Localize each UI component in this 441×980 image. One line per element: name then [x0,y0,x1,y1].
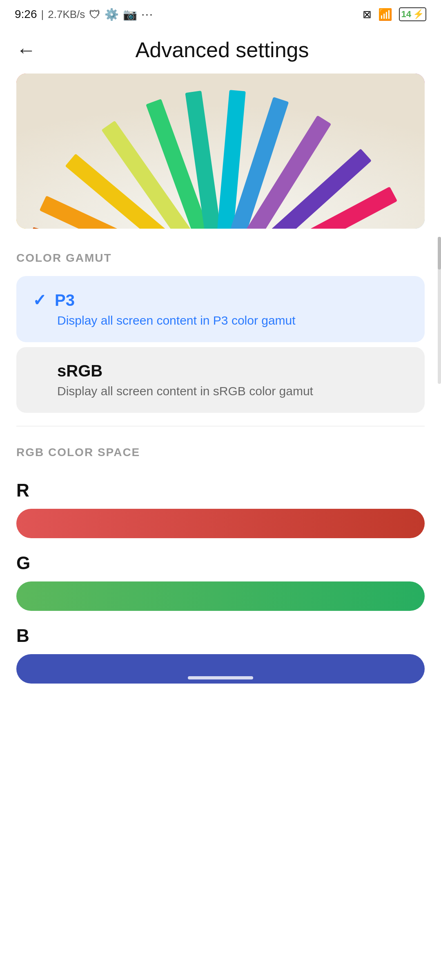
section-divider [16,426,425,426]
sim-icon: ⊠ [363,8,372,21]
shield-icon: 🛡 [89,8,100,21]
srgb-option-header: sRGB [33,362,408,380]
g-label: G [16,553,425,573]
p3-description: Display all screen content in P3 color g… [33,314,408,327]
status-bar: 9:26 | 2.7KB/s 🛡 ⚙️ 📷 ··· ⊠ 📶 14 ⚡ [0,0,441,26]
rgb-section-label: RGB COLOR SPACE [0,439,441,466]
rgb-sliders: R G B [0,480,441,684]
color-gamut-section: COLOR GAMUT ✓ P3 Display all screen cont… [0,245,441,413]
preview-image [16,74,425,229]
g-slider[interactable] [16,581,425,611]
camera-icon: 📷 [123,8,137,21]
p3-check-icon: ✓ [33,291,47,310]
header: ← Advanced settings [0,26,441,74]
srgb-title: sRGB [33,362,102,380]
b-slider-container[interactable] [16,654,425,684]
b-label: B [16,626,425,646]
b-slider-thumb [188,676,253,679]
network-speed: | [41,8,44,21]
srgb-description: Display all screen content in sRGB color… [33,384,408,398]
pencils-svg [16,74,425,229]
battery-lightning-icon: ⚡ [413,9,424,20]
status-left: 9:26 | 2.7KB/s 🛡 ⚙️ 📷 ··· [15,8,154,21]
g-slider-container[interactable] [16,581,425,611]
status-right: ⊠ 📶 14 ⚡ [363,7,426,21]
back-button[interactable]: ← [16,39,36,61]
battery-indicator: 14 ⚡ [399,7,426,21]
wifi-icon: 📶 [378,8,392,21]
page-title: Advanced settings [52,38,392,62]
battery-level: 14 [401,9,411,20]
r-label: R [16,480,425,501]
scroll-thumb[interactable] [438,237,441,270]
r-slider[interactable] [16,509,425,538]
p3-title: P3 [55,291,75,310]
color-gamut-label: COLOR GAMUT [0,245,441,271]
scroll-track[interactable] [438,237,441,384]
settings-icon: ⚙️ [105,8,119,21]
rgb-section: RGB COLOR SPACE R G B [0,439,441,684]
network-speed-label: 2.7KB/s [48,8,85,21]
more-icon: ··· [141,8,153,21]
time-label: 9:26 [15,8,37,21]
srgb-option[interactable]: sRGB Display all screen content in sRGB … [16,347,425,413]
p3-option-header: ✓ P3 [33,291,408,310]
page: 9:26 | 2.7KB/s 🛡 ⚙️ 📷 ··· ⊠ 📶 14 ⚡ ← Adv… [0,0,441,684]
r-slider-container[interactable] [16,509,425,538]
p3-option[interactable]: ✓ P3 Display all screen content in P3 co… [16,276,425,342]
